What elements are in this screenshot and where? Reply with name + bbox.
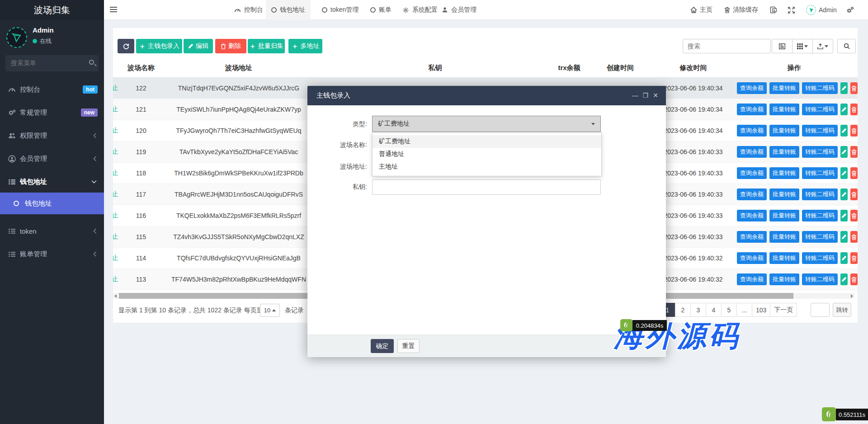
sidebar-item-general[interactable]: 常规管理 new <box>0 101 104 124</box>
transfer-qrcode-button[interactable]: 转账二维码 <box>802 252 838 264</box>
tab-dashboard[interactable]: 控制台 <box>229 0 269 20</box>
page-button[interactable]: 4 <box>706 303 722 317</box>
delete-row-button[interactable] <box>850 146 858 158</box>
sidebar-item-members[interactable]: 会员管理 <box>0 147 104 170</box>
refresh-button[interactable] <box>118 39 134 53</box>
row-status-link[interactable]: 止 <box>113 84 118 92</box>
row-status-link[interactable]: 止 <box>113 254 118 262</box>
sidebar-subitem-wallet-address[interactable]: 钱包地址 <box>0 193 104 214</box>
row-status-link[interactable]: 止 <box>113 169 118 177</box>
home-link[interactable]: 主页 <box>690 0 712 20</box>
row-status-link[interactable]: 止 <box>113 190 118 198</box>
row-status-link[interactable]: 止 <box>113 233 118 241</box>
edit-row-button[interactable] <box>840 188 848 200</box>
batch-transfer-button[interactable]: 批量转账 <box>769 146 799 158</box>
tab-token[interactable]: token管理 <box>316 0 364 20</box>
clear-cache-link[interactable]: 清除缓存 <box>724 0 758 20</box>
edit-button[interactable]: 编辑 <box>184 39 213 53</box>
export-button[interactable] <box>812 39 833 53</box>
batch-transfer-button[interactable]: 批量转账 <box>769 125 799 137</box>
thinkphp-leaf-icon[interactable] <box>822 407 836 421</box>
close-icon[interactable]: ✕ <box>653 92 658 99</box>
multi-address-button[interactable]: ＋多地址 <box>288 39 322 53</box>
edit-row-button[interactable] <box>840 125 848 137</box>
row-status-link[interactable]: 止 <box>113 212 118 220</box>
delete-row-button[interactable] <box>850 252 858 264</box>
batch-transfer-button[interactable]: 批量转账 <box>769 82 799 94</box>
sidebar-item-bills[interactable]: 账单管理 <box>0 243 104 265</box>
option-miner-fee-address[interactable]: 矿工费地址 <box>373 135 601 148</box>
col-created-time[interactable]: 创建时间 <box>585 59 656 77</box>
tab-bill[interactable]: 账单 <box>365 0 397 20</box>
type-select[interactable]: 矿工费地址 <box>372 116 601 132</box>
edit-row-button[interactable] <box>840 231 848 243</box>
col-private-key[interactable]: 私钥 <box>316 59 554 77</box>
row-status-link[interactable]: 止 <box>113 148 118 156</box>
translate-icon[interactable]: A <box>770 0 777 20</box>
edit-row-button[interactable] <box>840 82 848 94</box>
query-balance-button[interactable]: 查询余额 <box>737 104 767 115</box>
detail-view-button[interactable] <box>772 39 793 53</box>
edit-row-button[interactable] <box>840 210 848 221</box>
delete-row-button[interactable] <box>850 188 858 200</box>
tab-member-management[interactable]: 会员管理 <box>436 0 482 20</box>
table-search-input[interactable] <box>683 39 771 53</box>
sidebar-item-wallet-address[interactable]: 钱包地址 <box>0 170 104 193</box>
fullscreen-icon[interactable] <box>788 0 795 20</box>
search-submit-button[interactable] <box>837 39 856 53</box>
delete-row-button[interactable] <box>850 82 858 94</box>
col-wallet-address[interactable]: 波场地址 <box>161 59 316 77</box>
edit-row-button[interactable] <box>840 167 848 179</box>
sidebar-item-dashboard[interactable]: 控制台 hot <box>0 78 104 101</box>
page-button[interactable]: 3 <box>690 303 706 317</box>
transfer-qrcode-button[interactable]: 转账二维码 <box>802 210 838 221</box>
batch-transfer-button[interactable]: 批量转账 <box>769 210 799 221</box>
delete-row-button[interactable] <box>850 167 858 179</box>
query-balance-button[interactable]: 查询余额 <box>737 252 767 264</box>
query-balance-button[interactable]: 查询余额 <box>737 82 767 94</box>
confirm-button[interactable]: 确定 <box>371 339 394 353</box>
query-balance-button[interactable]: 查询余额 <box>737 231 767 243</box>
add-main-wallet-button[interactable]: ＋主钱包录入 <box>136 39 182 53</box>
query-balance-button[interactable]: 查询余额 <box>737 167 767 179</box>
batch-transfer-button[interactable]: 批量转账 <box>769 252 799 264</box>
query-balance-button[interactable]: 查询余额 <box>737 125 767 137</box>
transfer-qrcode-button[interactable]: 转账二维码 <box>802 273 838 285</box>
reset-button[interactable]: 重置 <box>397 339 420 353</box>
batch-transfer-button[interactable]: 批量转账 <box>769 273 799 285</box>
columns-button[interactable] <box>792 39 813 53</box>
batch-transfer-button[interactable]: 批量转账 <box>769 188 799 200</box>
transfer-qrcode-button[interactable]: 转账二维码 <box>802 167 838 179</box>
page-button[interactable]: 2 <box>675 303 691 317</box>
modal-header[interactable]: 主钱包录入 — ❐ ✕ <box>307 86 666 105</box>
query-balance-button[interactable]: 查询余额 <box>737 210 767 221</box>
settings-cogs-icon[interactable] <box>846 0 854 20</box>
transfer-qrcode-button[interactable]: 转账二维码 <box>802 146 838 158</box>
delete-row-button[interactable] <box>850 125 858 137</box>
col-modified-time[interactable]: 修改时间 <box>656 59 731 77</box>
scroll-right-icon[interactable] <box>851 294 853 298</box>
col-wallet-name[interactable]: 波场名称 <box>121 59 161 77</box>
maximize-icon[interactable]: ❐ <box>642 92 648 99</box>
avatar[interactable] <box>6 27 27 48</box>
delete-row-button[interactable] <box>850 210 858 221</box>
query-balance-button[interactable]: 查询余额 <box>737 188 767 200</box>
col-trx-balance[interactable]: trx余额 <box>554 59 585 77</box>
hamburger-icon[interactable] <box>110 7 117 8</box>
delete-button[interactable]: 删除 <box>215 39 246 53</box>
sidebar-item-token[interactable]: token <box>0 220 104 242</box>
topnav-avatar[interactable]: Admin <box>806 0 837 20</box>
option-main-address[interactable]: 主地址 <box>373 160 601 173</box>
row-status-link[interactable]: 止 <box>113 275 118 283</box>
option-normal-address[interactable]: 普通地址 <box>373 148 601 160</box>
delete-row-button[interactable] <box>850 104 858 115</box>
transfer-qrcode-button[interactable]: 转账二维码 <box>802 104 838 115</box>
transfer-qrcode-button[interactable]: 转账二维码 <box>802 125 838 137</box>
query-balance-button[interactable]: 查询余额 <box>737 146 767 158</box>
page-button[interactable]: 5 <box>721 303 737 317</box>
batch-transfer-button[interactable]: 批量转账 <box>769 104 799 115</box>
edit-row-button[interactable] <box>840 273 848 285</box>
transfer-qrcode-button[interactable]: 转账二维码 <box>802 82 838 94</box>
edit-row-button[interactable] <box>840 252 848 264</box>
edit-row-button[interactable] <box>840 104 848 115</box>
